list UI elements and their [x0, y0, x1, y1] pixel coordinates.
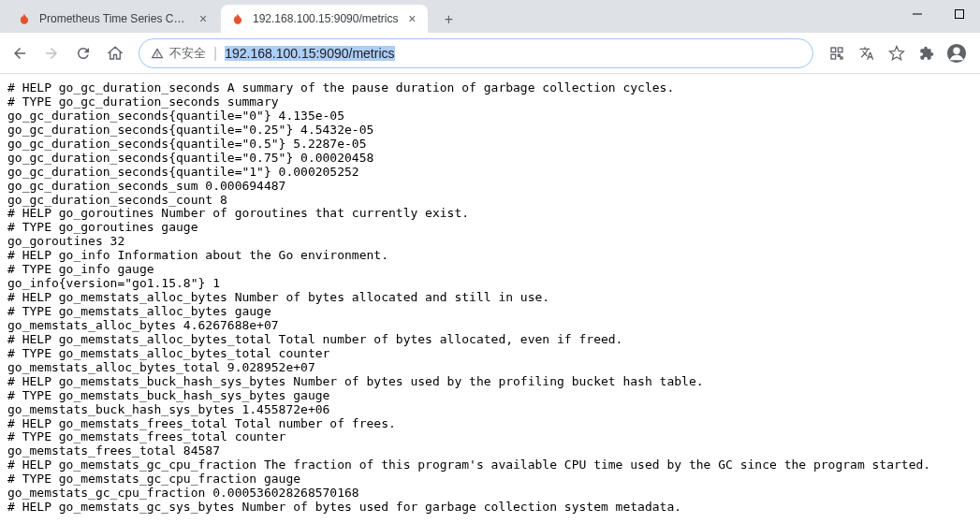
- svg-rect-6: [841, 57, 842, 59]
- svg-point-8: [953, 47, 959, 53]
- metrics-body: # HELP go_gc_duration_seconds A summary …: [0, 74, 980, 522]
- extensions-icon[interactable]: [913, 39, 941, 67]
- translate-icon[interactable]: [853, 39, 881, 67]
- address-bar[interactable]: 不安全 | 192.168.100.15:9090/metrics: [139, 38, 813, 68]
- tab-title: 192.168.100.15:9090/metrics: [253, 12, 398, 25]
- forward-button[interactable]: [37, 39, 66, 67]
- bookmark-icon[interactable]: [883, 39, 911, 67]
- close-icon[interactable]: ×: [405, 12, 418, 25]
- svg-rect-2: [831, 48, 836, 52]
- svg-rect-3: [838, 48, 842, 52]
- maximize-button[interactable]: [938, 0, 980, 28]
- warning-icon: [151, 47, 164, 60]
- browser-tab-1[interactable]: 192.168.100.15:9090/metrics ×: [221, 5, 428, 33]
- tab-title: Prometheus Time Series Colle: [39, 12, 189, 25]
- close-icon[interactable]: ×: [197, 12, 210, 25]
- toolbar-actions: [823, 39, 974, 67]
- window-controls: [896, 0, 980, 28]
- svg-rect-5: [838, 54, 840, 56]
- profile-icon[interactable]: [943, 39, 971, 67]
- prometheus-icon: [230, 11, 245, 26]
- insecure-indicator[interactable]: 不安全: [151, 45, 206, 62]
- insecure-label: 不安全: [169, 45, 206, 62]
- home-button[interactable]: [101, 39, 129, 67]
- qr-icon[interactable]: [823, 39, 851, 67]
- browser-tab-strip: Prometheus Time Series Colle × 192.168.1…: [0, 0, 980, 33]
- back-button[interactable]: [6, 39, 34, 67]
- browser-toolbar: 不安全 | 192.168.100.15:9090/metrics: [0, 33, 980, 74]
- separator: |: [213, 45, 217, 62]
- prometheus-icon: [17, 11, 32, 26]
- svg-rect-4: [831, 54, 836, 59]
- new-tab-button[interactable]: +: [435, 7, 461, 33]
- minimize-button[interactable]: [896, 0, 938, 28]
- url-selected: 192.168.100.15:9090/metrics: [225, 46, 394, 61]
- url-text: 192.168.100.15:9090/metrics: [225, 46, 394, 61]
- reload-button[interactable]: [69, 39, 97, 67]
- browser-tab-0[interactable]: Prometheus Time Series Colle ×: [7, 5, 219, 33]
- svg-rect-1: [955, 10, 963, 19]
